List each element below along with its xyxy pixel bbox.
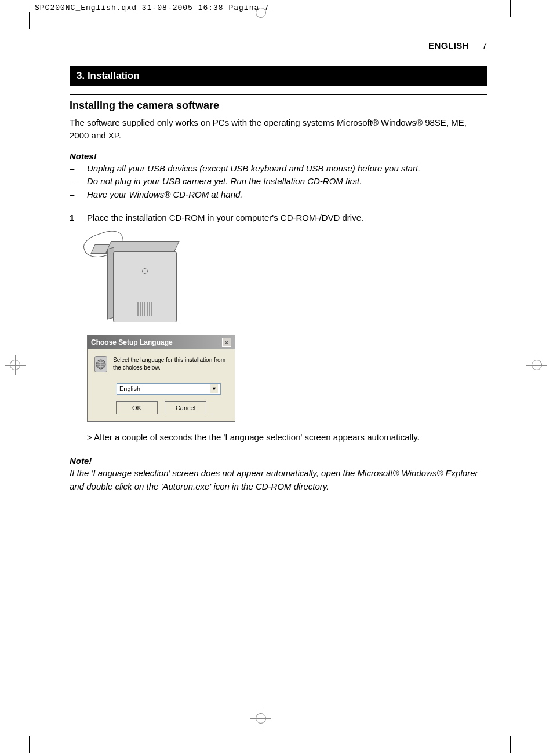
dialog-body: Select the language for this installatio… [88,349,235,421]
step-number: 1 [70,213,77,222]
trim-mark [510,0,511,17]
page-number: 7 [482,41,487,50]
vents-icon [137,302,152,316]
trim-mark [510,736,511,753]
result-text: > After a couple of seconds the the 'Lan… [87,432,487,442]
subtitle: Installing the camera software [70,100,487,112]
dash: – [70,188,77,202]
note-item: – Do not plug in your USB camera yet. Ru… [70,175,487,188]
language-label: ENGLISH [428,41,469,50]
pc-top-icon [105,241,179,253]
globe-icon [94,356,107,372]
trim-mark [29,736,30,753]
qxd-header: SPC200NC_English.qxd 31-08-2005 16:38 Pa… [35,3,270,12]
dialog-buttons: OK Cancel [94,401,228,414]
horizontal-rule [70,94,487,95]
notes-heading: Notes! [70,151,487,161]
note-item: – Unplug all your USB devices (except US… [70,162,487,176]
note-heading: Note! [70,456,487,466]
note-text: Do not plug in your USB camera yet. Run … [87,175,362,188]
dash: – [70,162,77,176]
note-item: – Have your Windows® CD-ROM at hand. [70,188,487,202]
close-button[interactable]: × [222,338,231,347]
selected-language: English [119,385,140,392]
step-text: Place the installation CD-ROM in your co… [87,213,363,222]
step-1: 1 Place the installation CD-ROM in your … [70,213,487,222]
ok-button[interactable]: OK [116,401,158,414]
pc-tower-icon [113,251,177,322]
page-header: ENGLISH 7 [70,41,487,51]
cancel-button[interactable]: Cancel [165,401,206,414]
pc-illustration [87,233,191,326]
chevron-down-icon: ▼ [210,384,218,393]
dialog-titlebar: Choose Setup Language × [88,335,235,349]
page-content: ENGLISH 7 3. Installation Installing the… [70,41,487,493]
dash: – [70,175,77,188]
power-button-icon [142,268,148,274]
note-body: If the 'Language selection' screen does … [70,467,487,493]
dialog-message: Select the language for this installatio… [113,356,228,371]
figure-area: Choose Setup Language × Select the langu… [87,233,487,422]
language-dialog: Choose Setup Language × Select the langu… [87,335,235,422]
intro-paragraph: The software supplied only works on PCs … [70,116,487,142]
note-text: Have your Windows® CD-ROM at hand. [87,188,243,202]
dialog-title-text: Choose Setup Language [91,338,173,346]
note-text: Unplug all your USB devices (except USB … [87,162,420,176]
dialog-message-row: Select the language for this installatio… [94,356,228,372]
notes-list: – Unplug all your USB devices (except US… [70,162,487,202]
corner-mark [29,12,30,29]
language-select[interactable]: English ▼ [117,383,221,395]
section-title-bar: 3. Installation [70,66,487,86]
